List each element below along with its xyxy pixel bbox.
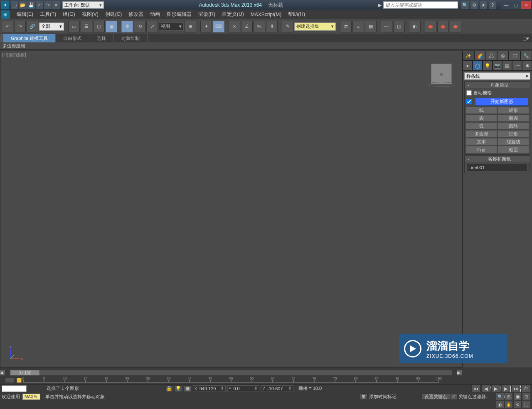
cameras-subtab-icon[interactable]: 📷 — [493, 61, 502, 71]
ribbon-expand-icon[interactable]: ▢▾ — [520, 34, 532, 42]
ribbon-tab-selection[interactable]: 选择 — [89, 34, 114, 42]
shapes-subtab-icon[interactable]: ◯ — [473, 61, 483, 71]
undo-button[interactable]: ↶ — [2, 21, 13, 32]
shape-rectangle-button[interactable]: 矩形 — [498, 106, 529, 114]
zoom-extents-icon[interactable]: ▣ — [513, 393, 522, 400]
time-tag-icon[interactable]: ⊞ — [360, 393, 367, 400]
rotate-button[interactable]: ⟲ — [134, 21, 145, 32]
open-icon[interactable]: 📂 — [19, 1, 27, 9]
geometry-subtab-icon[interactable]: ● — [463, 61, 473, 71]
menu-animation[interactable]: 动画 — [147, 10, 163, 19]
menu-views[interactable]: 视图(V) — [79, 10, 102, 19]
angle-snap-button[interactable]: ∠ — [241, 21, 253, 32]
zoom-extents-all-icon[interactable]: ⊡ — [522, 393, 530, 400]
app-menu-icon[interactable]: ◉ — [1, 10, 10, 19]
menu-customize[interactable]: 自定义(U) — [219, 10, 247, 19]
selection-filter-dropdown[interactable]: 全部▾ — [39, 22, 64, 31]
maximize-button[interactable]: ▢ — [511, 1, 521, 9]
prev-frame-button[interactable]: ◀ — [481, 385, 490, 392]
minimize-button[interactable]: — — [501, 1, 511, 9]
select-object-button[interactable]: ▭ — [68, 21, 80, 32]
object-color-swatch[interactable] — [529, 164, 530, 171]
help-search-input[interactable] — [383, 1, 458, 9]
favorite-icon[interactable]: ★ — [480, 1, 487, 9]
shape-star-button[interactable]: 星形 — [498, 130, 529, 138]
render-setup-button[interactable]: 🫖 — [425, 21, 436, 32]
track-bar[interactable]: 0510152025303540455055606570758085909510… — [0, 377, 462, 384]
object-type-rollup-header[interactable]: - 对象类型 — [464, 81, 530, 88]
shape-circle-button[interactable]: 圆 — [466, 114, 497, 122]
helpers-subtab-icon[interactable]: ▦ — [502, 61, 512, 71]
shape-text-button[interactable]: 文本 — [466, 138, 497, 145]
help-icon[interactable]: ? — [489, 1, 496, 9]
isolate-icon[interactable]: 💡 — [175, 385, 182, 392]
viewcube[interactable]: 前 — [431, 64, 452, 84]
window-crossing-button[interactable]: ▣ — [106, 21, 117, 32]
use-pivot-button[interactable]: ⊕ — [185, 21, 196, 32]
snap-toggle-button[interactable]: 3 — [229, 21, 240, 32]
slider-right-icon[interactable]: ▶ — [457, 370, 462, 375]
material-editor-button[interactable]: ◐ — [409, 21, 421, 32]
keyboard-shortcut-button[interactable]: ⌨ — [213, 21, 224, 32]
ref-coord-dropdown[interactable]: 视图▾ — [159, 22, 184, 31]
spacewarps-subtab-icon[interactable]: 〰 — [512, 61, 522, 71]
start-new-checkbox[interactable] — [466, 99, 472, 104]
play-button[interactable]: ▶ — [491, 385, 500, 392]
schematic-view-button[interactable]: ◫ — [393, 21, 405, 32]
ribbon-tab-graphite[interactable]: Graphite 建模工具 — [3, 34, 56, 42]
align-button[interactable]: ≡ — [352, 21, 364, 32]
menu-help[interactable]: 帮助(H) — [285, 10, 308, 19]
menu-maxscript[interactable]: MAXScript(M) — [247, 11, 285, 18]
shape-arc-button[interactable]: 弧 — [466, 122, 497, 130]
goto-end-icon[interactable]: ⏭ — [511, 385, 520, 392]
orbit-icon[interactable]: ⟲ — [513, 401, 522, 408]
coord-display-icon[interactable]: ▦ — [184, 385, 191, 392]
layer-manager-button[interactable]: ▤ — [365, 21, 377, 32]
hierarchy-tab-icon[interactable]: 品 — [486, 51, 498, 61]
coord-x-field[interactable]: X: 949.129 ⬍ — [193, 385, 225, 392]
slider-left-icon[interactable]: ◀ — [0, 370, 5, 375]
schematic-mini[interactable] — [2, 385, 27, 392]
undo-icon[interactable]: ↶ — [36, 1, 43, 9]
lock-selection-icon[interactable]: 🔒 — [165, 385, 173, 392]
maxscript-listener[interactable]: MAXSc — [22, 394, 40, 400]
curve-editor-button[interactable]: 〰 — [381, 21, 392, 32]
shape-line-button[interactable]: 线 — [466, 106, 497, 114]
zoom-all-icon[interactable]: ⊞ — [505, 393, 513, 400]
shape-ellipse-button[interactable]: 椭圆 — [498, 114, 529, 122]
edit-named-selection-button[interactable]: ✎ — [282, 21, 293, 32]
next-frame-button[interactable]: ▶ — [501, 385, 510, 392]
move-button[interactable]: ✥ — [121, 21, 133, 32]
menu-rendering[interactable]: 渲染(R) — [195, 10, 219, 19]
systems-subtab-icon[interactable]: ✱ — [522, 61, 532, 71]
ribbon-tab-paint[interactable]: 对象绘制 — [114, 34, 148, 42]
select-manipulate-button[interactable]: ✦ — [200, 21, 212, 32]
utilities-tab-icon[interactable]: 🔧 — [520, 51, 532, 61]
link-button[interactable]: 🔗 — [27, 21, 38, 32]
set-key-button[interactable]: 设置关键点 — [421, 393, 450, 400]
shape-ngon-button[interactable]: 多边形 — [466, 130, 497, 138]
time-slider[interactable]: ◀ 0 / 100 ▶ — [0, 369, 462, 377]
auto-grid-checkbox[interactable] — [466, 90, 472, 96]
spinner-snap-button[interactable]: ⬇ — [266, 21, 278, 32]
scale-button[interactable]: ⤢ — [146, 21, 158, 32]
motion-tab-icon[interactable]: ◎ — [497, 51, 509, 61]
redo-icon[interactable]: ↷ — [44, 1, 52, 9]
ribbon-tab-freeform[interactable]: 自由形式 — [56, 34, 89, 42]
create-tab-icon[interactable]: ✨ — [463, 51, 474, 61]
object-name-input[interactable] — [466, 164, 528, 171]
workspace-dropdown[interactable]: 工作台: 默认 ▾ — [62, 1, 104, 9]
time-config-icon[interactable]: ⏱ — [521, 385, 530, 392]
new-icon[interactable]: ▢ — [11, 1, 18, 9]
close-button[interactable]: ✕ — [521, 1, 531, 9]
viewport[interactable]: [+][前][线框] 前 y x z x — [0, 51, 462, 367]
qat-more-icon[interactable]: ▾ — [52, 1, 60, 9]
key-filters-label[interactable]: 关键点过滤器... — [458, 394, 490, 400]
coord-z-field[interactable]: Z: -10.607 ⬍ — [261, 385, 293, 392]
pan-icon[interactable]: ✋ — [505, 401, 513, 408]
menu-modifiers[interactable]: 修改器 — [125, 10, 147, 19]
select-by-name-button[interactable]: ☰ — [81, 21, 92, 32]
shape-category-dropdown[interactable]: 样条线▾ — [464, 72, 530, 80]
percent-snap-button[interactable]: % — [254, 21, 265, 32]
ribbon-sublabel[interactable]: 多边形建模 — [2, 43, 25, 49]
